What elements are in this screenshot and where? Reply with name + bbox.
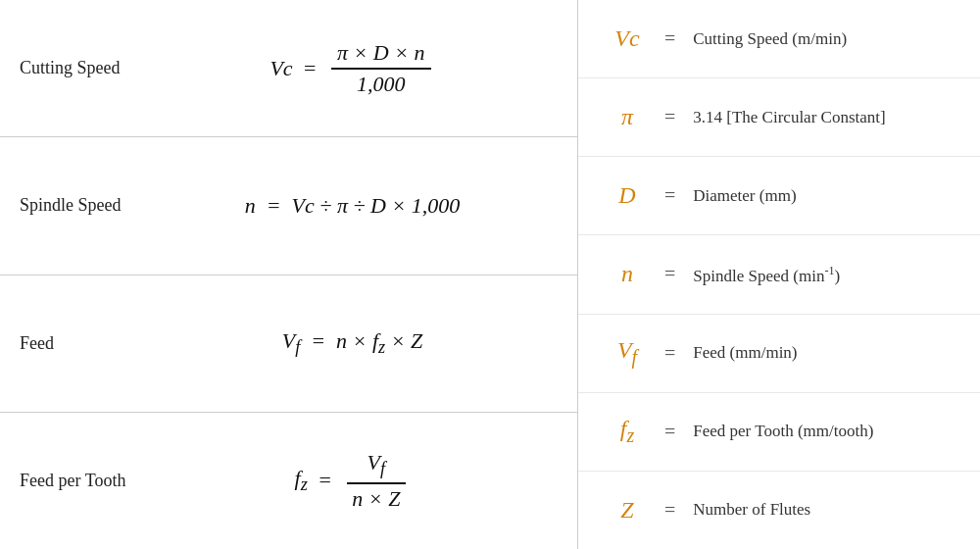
legend-fz-desc: Feed per Tooth (mm/tooth) bbox=[693, 422, 873, 441]
feed-label: Feed bbox=[20, 333, 147, 354]
feed-expr: Vf = n × fz × Z bbox=[282, 328, 423, 358]
cutting-speed-formula: Vc = π × D × n 1,000 bbox=[147, 40, 558, 97]
spindle-speed-formula: n = Vc ÷ π ÷ D × 1,000 bbox=[147, 193, 558, 219]
legend-fz-symbol: fz bbox=[608, 416, 647, 447]
eq1: = bbox=[299, 56, 321, 81]
legend-vf-desc: Feed (mm/min) bbox=[693, 343, 797, 363]
legend-pi-desc: 3.14 [The Circular Constant] bbox=[693, 108, 885, 127]
legend-z-desc: Number of Flutes bbox=[693, 500, 810, 520]
legend-vf-symbol: Vf bbox=[608, 337, 647, 369]
legend-fz-eq: = bbox=[664, 421, 675, 443]
spindle-expr: n = Vc ÷ π ÷ D × 1,000 bbox=[245, 193, 461, 219]
cutting-speed-row: Cutting Speed Vc = π × D × n 1,000 bbox=[0, 0, 577, 137]
left-panel: Cutting Speed Vc = π × D × n 1,000 Spind… bbox=[0, 0, 578, 549]
cutting-speed-fraction: π × D × n 1,000 bbox=[331, 40, 431, 97]
legend-fz: fz = Feed per Tooth (mm/tooth) bbox=[578, 393, 980, 472]
legend-vc-desc: Cutting Speed (m/min) bbox=[693, 29, 847, 49]
legend-pi-symbol: π bbox=[608, 104, 647, 130]
eq2: = bbox=[314, 468, 336, 493]
feed-row: Feed Vf = n × fz × Z bbox=[0, 275, 577, 413]
legend-vf-eq: = bbox=[664, 342, 675, 365]
legend-d-desc: Diameter (mm) bbox=[693, 186, 796, 206]
spindle-speed-row: Spindle Speed n = Vc ÷ π ÷ D × 1,000 bbox=[0, 137, 577, 274]
legend-d-eq: = bbox=[664, 184, 675, 207]
vc-var: Vc bbox=[270, 56, 292, 81]
legend-vc-symbol: Vc bbox=[608, 25, 647, 52]
legend-pi: π = 3.14 [The Circular Constant] bbox=[578, 78, 980, 157]
legend-n-symbol: n bbox=[608, 261, 647, 287]
main-container: Cutting Speed Vc = π × D × n 1,000 Spind… bbox=[0, 0, 980, 549]
fz-fraction: Vf n × Z bbox=[346, 450, 406, 511]
feed-per-tooth-row: Feed per Tooth fz = Vf n × Z bbox=[0, 413, 577, 549]
legend-n-desc: Spindle Speed (min-1) bbox=[693, 264, 840, 286]
right-panel: Vc = Cutting Speed (m/min) π = 3.14 [The… bbox=[578, 0, 980, 549]
legend-z-eq: = bbox=[664, 499, 675, 522]
legend-d: D = Diameter (mm) bbox=[578, 157, 980, 235]
legend-z: Z = Number of Flutes bbox=[578, 472, 980, 549]
feed-per-tooth-formula: fz = Vf n × Z bbox=[147, 450, 558, 511]
cs-numerator: π × D × n bbox=[331, 40, 431, 70]
legend-d-symbol: D bbox=[608, 182, 647, 209]
spindle-speed-label: Spindle Speed bbox=[20, 195, 147, 216]
feed-formula: Vf = n × fz × Z bbox=[147, 328, 558, 358]
legend-n: n = Spindle Speed (min-1) bbox=[578, 235, 980, 314]
cs-denominator: 1,000 bbox=[351, 70, 412, 97]
cutting-speed-label: Cutting Speed bbox=[20, 58, 147, 78]
legend-vc-eq: = bbox=[664, 27, 675, 50]
legend-vf: Vf = Feed (mm/min) bbox=[578, 315, 980, 393]
feed-per-tooth-label: Feed per Tooth bbox=[20, 471, 147, 491]
fz-denominator: n × Z bbox=[346, 484, 406, 512]
fz-numerator: Vf bbox=[347, 450, 406, 483]
legend-n-eq: = bbox=[664, 263, 675, 285]
legend-z-symbol: Z bbox=[608, 497, 647, 524]
legend-vc: Vc = Cutting Speed (m/min) bbox=[578, 0, 980, 78]
legend-pi-eq: = bbox=[664, 106, 675, 128]
fz-var: fz bbox=[295, 466, 308, 495]
